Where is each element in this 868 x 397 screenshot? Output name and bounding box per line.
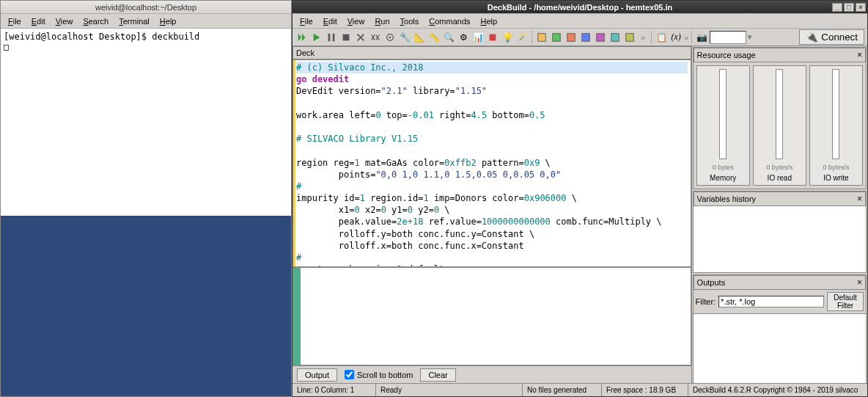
menu-run[interactable]: Run <box>370 15 394 27</box>
main-titlebar: DeckBuild - /home/weivid/Desktop - hemte… <box>293 1 867 14</box>
term-menu-terminal[interactable]: Terminal <box>114 15 154 27</box>
outputs-close-icon[interactable]: × <box>857 277 862 288</box>
menu-edit[interactable]: Edit <box>319 15 342 27</box>
svg-rect-1 <box>333 33 335 41</box>
term-menu-view[interactable]: View <box>51 15 78 27</box>
svg-point-4 <box>389 36 391 38</box>
default-filter-button[interactable]: Default Filter <box>827 292 864 311</box>
output-button[interactable]: Output <box>297 368 337 382</box>
close-button[interactable]: × <box>856 3 866 12</box>
panel2-icon[interactable] <box>550 31 563 44</box>
minimize-button[interactable]: _ <box>832 3 842 12</box>
menu-view[interactable]: View <box>343 15 369 27</box>
meter: 0 bytesMemory <box>696 65 750 186</box>
term-cursor: □ <box>4 42 9 52</box>
panel3-icon[interactable] <box>564 31 578 44</box>
menu-tools[interactable]: Tools <box>396 15 424 27</box>
tool6-icon[interactable]: 📊 <box>471 31 485 44</box>
meter: 0 bytes/sIO write <box>809 65 863 186</box>
desktop-background <box>1 216 291 397</box>
var-x-icon[interactable]: (x) <box>669 31 683 44</box>
terminal-titlebar: weivid@localhost:~/Desktop <box>1 1 291 14</box>
deckbuild-window: DeckBuild - /home/weivid/Desktop - hemte… <box>292 0 868 397</box>
output-footer: Output Scroll to bottom Clear <box>293 365 691 383</box>
term-menu-search[interactable]: Search <box>78 15 113 27</box>
svg-rect-11 <box>611 33 619 41</box>
output-area[interactable] <box>293 267 691 365</box>
svg-rect-6 <box>538 33 546 41</box>
term-menu-file[interactable]: File <box>4 15 26 27</box>
menu-file[interactable]: File <box>295 15 317 27</box>
tool4-icon[interactable]: 🔍 <box>442 31 455 44</box>
filter-label: Filter: <box>696 297 716 306</box>
toolbar-overflow-icon[interactable]: » <box>641 33 645 42</box>
terminal-title: weivid@localhost:~/Desktop <box>95 3 196 12</box>
camera-icon[interactable]: 📷 <box>695 31 708 44</box>
xx-icon[interactable] <box>369 31 382 44</box>
svg-rect-12 <box>626 33 634 41</box>
panel4-icon[interactable] <box>579 31 592 44</box>
variables-close-icon[interactable]: × <box>857 194 862 204</box>
menu-help[interactable]: Help <box>477 15 502 27</box>
term-prompt: [weivid@localhost Desktop]$ <box>4 32 152 42</box>
status-bar: Line: 0 Column: 1 Ready No files generat… <box>293 383 867 396</box>
tool-wand-icon[interactable]: 🪄 <box>515 31 529 44</box>
clear-button[interactable]: Clear <box>420 368 455 382</box>
resource-panel: Resource usage× 0 bytesMemory0 bytes/sIO… <box>693 47 867 189</box>
target-icon[interactable] <box>383 31 397 44</box>
code-editor[interactable]: # (c) Silvaco Inc., 2018go deveditDevEdi… <box>293 59 691 267</box>
svg-rect-2 <box>343 34 350 40</box>
main-title: DeckBuild - /home/weivid/Desktop - hemte… <box>488 3 672 12</box>
term-command: deckbuild <box>152 32 199 42</box>
term-menu-edit[interactable]: Edit <box>27 15 50 27</box>
run-step-icon[interactable] <box>295 31 309 44</box>
tool5-icon[interactable]: ⚙ <box>457 31 470 44</box>
stop-icon[interactable] <box>339 31 353 44</box>
play-icon[interactable] <box>310 31 323 44</box>
scroll-bottom-checkbox[interactable]: Scroll to bottom <box>345 370 413 379</box>
deck-header: Deck <box>293 46 691 59</box>
tool2-icon[interactable]: 📐 <box>413 31 426 44</box>
tool3-icon[interactable]: 📏 <box>427 31 441 44</box>
variables-title: Variables history <box>697 194 757 203</box>
terminal-menubar: File Edit View Search Terminal Help <box>1 14 291 29</box>
status-version: DeckBuild 4.6.2.R Copyright © 1984 - 201… <box>688 384 867 396</box>
terminal-body[interactable]: [weivid@localhost Desktop]$ deckbuild □ <box>1 29 291 216</box>
filter-input[interactable] <box>718 296 824 307</box>
maximize-button[interactable]: □ <box>844 3 854 12</box>
pause-icon[interactable] <box>325 31 338 44</box>
outputs-body[interactable] <box>694 314 866 383</box>
status-position: Line: 0 Column: 1 <box>293 384 376 396</box>
tool-yellow-icon[interactable]: 💡 <box>501 31 514 44</box>
panel6-icon[interactable] <box>608 31 622 44</box>
variables-body[interactable] <box>694 206 866 272</box>
x-icon[interactable] <box>354 31 367 44</box>
term-menu-help[interactable]: Help <box>155 15 181 27</box>
panel1-icon[interactable] <box>535 31 548 44</box>
main-toolbar: 🔧 📐 📏 🔍 ⚙ 📊 💡 🪄 » 📋 (x) » 📷 ▾ <box>293 29 867 46</box>
outputs-title: Outputs <box>697 278 726 287</box>
svg-rect-8 <box>567 33 575 41</box>
panel5-icon[interactable] <box>594 31 607 44</box>
status-space: Free space : 18.9 GB <box>602 384 688 396</box>
status-state: Ready <box>376 384 523 396</box>
connect-button[interactable]: 🔌 Connect <box>799 29 864 45</box>
connect-host-input[interactable] <box>710 31 746 44</box>
svg-rect-0 <box>328 33 331 41</box>
resource-title: Resource usage <box>697 51 756 59</box>
meter: 0 bytes/sIO read <box>753 65 806 186</box>
tool-red-icon[interactable] <box>486 31 499 44</box>
panel7-icon[interactable] <box>623 31 636 44</box>
tool1-icon[interactable]: 🔧 <box>398 31 411 44</box>
menu-commands[interactable]: Commands <box>424 15 474 27</box>
svg-rect-10 <box>597 33 605 41</box>
status-files: No files generated <box>523 384 602 396</box>
toolbar-overflow2-icon[interactable]: » <box>684 33 688 42</box>
main-menubar: File Edit View Run Tools Commands Help <box>293 14 867 29</box>
svg-rect-5 <box>490 34 496 40</box>
outputs-panel: Outputs× Filter: Default Filter <box>693 274 867 383</box>
copy-icon[interactable]: 📋 <box>655 31 668 44</box>
variables-panel: Variables history× <box>693 191 867 273</box>
svg-rect-9 <box>582 33 590 41</box>
resource-close-icon[interactable]: × <box>857 50 862 60</box>
